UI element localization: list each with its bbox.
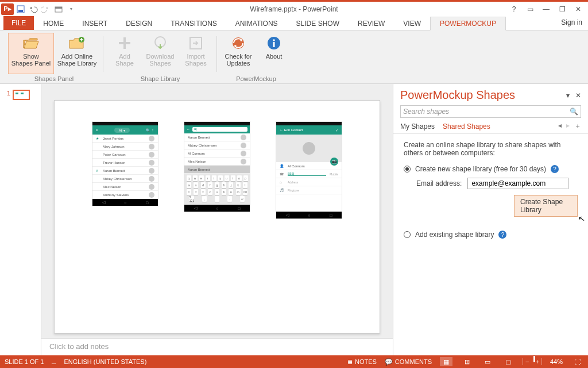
group-label-shape-library: Shape Library <box>141 74 180 82</box>
comments-button[interactable]: 💬 COMMENTS <box>385 358 432 366</box>
help-icon[interactable]: ? <box>506 3 521 16</box>
fit-slide-icon[interactable]: ⛶ <box>571 357 583 366</box>
tab-shared-shapes[interactable]: Shared Shapes <box>443 122 490 131</box>
thumbnail-1[interactable]: 1 <box>7 90 41 100</box>
tab-my-shapes[interactable]: My Shapes <box>400 122 435 131</box>
spellcheck-icon[interactable]: ⎵ <box>52 358 56 365</box>
group-label-shapes-panel: Shapes Panel <box>34 74 74 82</box>
import-shapes-button: Import Shapes <box>178 33 214 74</box>
mockup-search-keyboard: ←a| Aaron BennettAbbey ChristensenAl Con… <box>184 121 250 212</box>
about-button[interactable]: About <box>256 33 292 74</box>
ribbon-tabs: FILE HOME INSERT DESIGN TRANSITIONS ANIM… <box>0 16 588 30</box>
pane-intro: Create an online shape library to share … <box>404 141 578 157</box>
zoom-level[interactable]: 44% <box>550 358 563 365</box>
view-reading-icon[interactable]: ▭ <box>481 357 494 366</box>
pane-menu-icon[interactable]: ▾ <box>566 91 570 99</box>
view-sorter-icon[interactable]: ⊞ <box>461 357 473 366</box>
notes-button[interactable]: ≣ NOTES <box>347 358 377 366</box>
tab-design[interactable]: DESIGN <box>117 17 161 30</box>
window-title: Wireframe.pptx - PowerPoint <box>250 5 338 13</box>
ribbon-options-icon[interactable]: ▭ <box>523 3 537 16</box>
slide-thumbnails[interactable]: 1 <box>0 84 41 355</box>
qat-customize-icon[interactable]: ▾ <box>65 3 77 15</box>
help-icon[interactable]: ? <box>498 231 506 239</box>
search-shapes-input[interactable]: Search shapes 🔍 <box>400 105 581 118</box>
search-icon: 🔍 <box>570 108 578 116</box>
tab-home[interactable]: HOME <box>34 17 73 30</box>
mockup-contact-list: ≡All ▾🔍 ⋮ ★Janet PerkinsMary JohnsonPete… <box>92 121 158 206</box>
tab-file[interactable]: FILE <box>3 16 34 30</box>
help-icon[interactable]: ? <box>551 165 559 173</box>
slide-canvas[interactable]: ≡All ▾🔍 ⋮ ★Janet PerkinsMary JohnsonPete… <box>54 100 380 334</box>
import-icon <box>187 34 205 52</box>
option-add-existing[interactable]: Add existing shape library ? <box>404 231 578 239</box>
radio-create-new[interactable] <box>404 166 411 172</box>
tab-powermockup[interactable]: POWERMOCKUP <box>430 17 506 30</box>
tab-animations[interactable]: ANIMATIONS <box>226 17 287 30</box>
folder-open-icon <box>22 34 40 52</box>
svg-rect-10 <box>273 42 275 47</box>
status-bar: SLIDE 1 OF 1 ⎵ ENGLISH (UNITED STATES) ≣… <box>0 355 588 368</box>
pane-title: PowerMockup Shapes <box>400 89 515 102</box>
option-create-new[interactable]: Create new shape library (free for 30 da… <box>404 165 578 173</box>
qat-redo-icon[interactable] <box>40 3 52 15</box>
status-language[interactable]: ENGLISH (UNITED STATES) <box>64 358 146 365</box>
restore-button[interactable]: ❐ <box>555 3 570 16</box>
svg-rect-1 <box>18 10 23 12</box>
download-shapes-button: Download Shapes <box>142 33 178 74</box>
group-label-powermockup: PowerMockup <box>236 74 276 82</box>
email-label: Email address: <box>416 179 462 187</box>
thumbnail-preview <box>13 90 30 100</box>
folder-plus-icon <box>68 34 86 52</box>
status-slide: SLIDE 1 OF 1 <box>5 358 44 365</box>
sign-in-link[interactable]: Sign in <box>561 18 582 26</box>
check-updates-button[interactable]: Check for Updates <box>220 33 256 74</box>
show-shapes-panel-button[interactable]: Show Shapes Panel <box>8 33 54 74</box>
powerpoint-logo-icon: P▸ <box>1 3 14 15</box>
zoom-in-button[interactable]: + <box>536 358 539 365</box>
tab-insert[interactable]: INSERT <box>73 17 117 30</box>
create-shape-library-button[interactable]: Create Shape Library ↖ <box>514 195 578 217</box>
cursor-icon: ↖ <box>578 213 586 224</box>
view-slideshow-icon[interactable]: ▢ <box>502 357 514 366</box>
globe-refresh-icon <box>229 34 247 52</box>
title-bar: P▸ ▾ Wireframe.pptx - PowerPoint ? ▭ — ❐… <box>0 0 588 16</box>
notes-placeholder[interactable]: Click to add notes <box>41 338 393 355</box>
pane-close-icon[interactable]: ✕ <box>575 91 581 99</box>
tab-transitions[interactable]: TRANSITIONS <box>161 17 226 30</box>
powermockup-pane: PowerMockup Shapes ▾ ✕ Search shapes 🔍 M… <box>393 84 588 355</box>
add-online-library-button[interactable]: Add Online Shape Library <box>54 33 100 74</box>
zoom-out-button[interactable]: − <box>525 358 529 365</box>
tab-review[interactable]: REVIEW <box>349 17 394 30</box>
svg-point-9 <box>273 39 275 41</box>
info-icon <box>265 34 283 52</box>
qat-undo-icon[interactable] <box>28 3 39 15</box>
minimize-button[interactable]: — <box>539 3 554 16</box>
view-normal-icon[interactable]: ▦ <box>440 357 452 366</box>
close-button[interactable]: ✕ <box>571 3 586 16</box>
add-shape-button: Add Shape <box>107 33 142 74</box>
prev-icon[interactable]: ◂ <box>558 121 562 131</box>
workspace: 1 ≡All ▾🔍 ⋮ ★Janet PerkinsMary JohnsonPe… <box>0 84 588 355</box>
qat-save-icon[interactable] <box>15 3 26 15</box>
mockup-edit-contact: ← Edit Contact✓ 📷 👤Al Connors ☎555|Mobil… <box>276 121 342 219</box>
next-icon[interactable]: ▸ <box>566 121 570 131</box>
globe-download-icon <box>151 34 169 52</box>
slide-area: ≡All ▾🔍 ⋮ ★Janet PerkinsMary JohnsonPete… <box>41 84 393 355</box>
ribbon: Show Shapes Panel Add Online Shape Libra… <box>0 30 588 84</box>
tab-slideshow[interactable]: SLIDE SHOW <box>287 17 349 30</box>
email-field[interactable] <box>467 178 568 189</box>
plus-icon <box>115 34 134 52</box>
radio-add-existing[interactable] <box>404 231 411 238</box>
svg-rect-3 <box>55 7 62 9</box>
tab-view[interactable]: VIEW <box>394 17 430 30</box>
qat-start-icon[interactable] <box>53 3 64 15</box>
add-tab-icon[interactable]: ＋ <box>574 121 581 131</box>
